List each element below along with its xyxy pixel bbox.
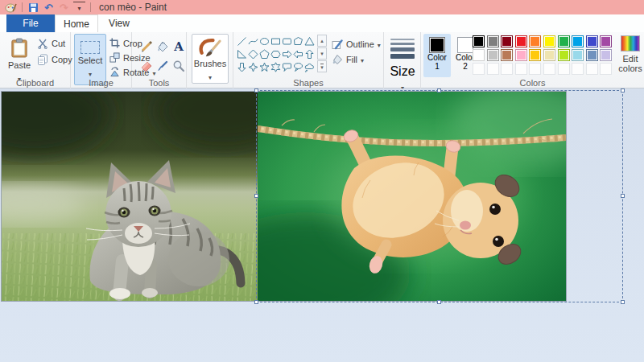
color1-button[interactable]: Color 1 [423, 34, 451, 77]
shape-ellipse-icon[interactable] [259, 36, 270, 47]
edit-colors-icon [621, 35, 640, 51]
edit-colors-label: Edit colors [617, 54, 643, 73]
shape-star-4-icon[interactable] [248, 62, 258, 72]
color-palette [473, 35, 614, 75]
shape-arrow-right-icon[interactable] [282, 49, 292, 60]
palette-swatch[interactable] [543, 49, 555, 61]
magnifier-icon[interactable] [172, 60, 185, 72]
shape-pentagon-icon[interactable] [259, 49, 270, 60]
brushes-button[interactable]: Brushes [192, 34, 229, 84]
palette-swatch[interactable] [600, 35, 612, 47]
toolbar-separator [90, 2, 91, 12]
shape-triangle-icon[interactable] [304, 36, 315, 47]
tools-group-label: Tools [132, 78, 186, 88]
resize-icon [109, 52, 120, 63]
selection-handle[interactable] [621, 88, 625, 93]
size-button[interactable]: Size [384, 32, 421, 88]
selection-handle[interactable] [437, 300, 441, 304]
palette-swatch[interactable] [572, 35, 584, 47]
edit-colors-button[interactable]: Edit colors [617, 35, 643, 84]
fill-button[interactable]: Fill [332, 54, 364, 65]
selection-rectangle[interactable] [256, 90, 623, 302]
shape-polygon-icon[interactable] [293, 36, 303, 47]
color2-swatch [457, 37, 473, 53]
shapes-scroll-down-icon[interactable] [317, 47, 327, 60]
palette-swatch[interactable] [558, 35, 570, 47]
selection-handle[interactable] [254, 194, 258, 198]
shape-arrow-up-icon[interactable] [304, 49, 315, 60]
selection-handle[interactable] [254, 300, 258, 304]
shape-callout-rounded-icon[interactable] [282, 62, 292, 72]
palette-empty-slot[interactable] [487, 63, 499, 75]
undo-icon[interactable]: ↶ [43, 2, 55, 14]
palette-empty-slot[interactable] [558, 63, 570, 75]
shape-rectangle-icon[interactable] [270, 36, 281, 47]
quick-access-dropdown-icon[interactable]: ▾ [73, 2, 85, 14]
pencil-icon[interactable] [140, 40, 153, 53]
cut-button[interactable]: Cut [37, 38, 65, 49]
palette-empty-slot[interactable] [600, 63, 612, 75]
shape-right-triangle-icon[interactable] [237, 49, 247, 60]
shapes-scroll-up-icon[interactable] [317, 35, 327, 47]
palette-swatch[interactable] [558, 49, 570, 61]
outline-button[interactable]: Outline [332, 39, 381, 50]
shape-arrow-down-icon[interactable] [237, 62, 247, 72]
color-picker-icon[interactable] [156, 60, 169, 72]
shapes-grid [236, 35, 316, 73]
shape-star-5-icon[interactable] [259, 62, 270, 72]
text-tool-icon[interactable]: A [174, 41, 184, 53]
palette-swatch[interactable] [586, 35, 598, 47]
brushes-label: Brushes [194, 59, 226, 68]
shape-hexagon-icon[interactable] [270, 49, 281, 60]
palette-empty-slot[interactable] [586, 63, 598, 75]
color1-label: Color 1 [424, 53, 450, 71]
eraser-icon[interactable] [140, 60, 153, 72]
palette-swatch[interactable] [600, 49, 612, 61]
palette-empty-slot[interactable] [543, 63, 555, 75]
selection-handle[interactable] [437, 88, 441, 93]
shape-rounded-rectangle-icon[interactable] [282, 36, 292, 47]
shapes-more-icon[interactable] [317, 60, 327, 72]
tab-file[interactable]: File [6, 14, 55, 32]
group-clipboard: Paste Cut Copy Clipboard [0, 32, 71, 88]
shape-callout-oval-icon[interactable] [293, 62, 303, 72]
save-icon[interactable] [27, 2, 39, 14]
palette-swatch[interactable] [515, 35, 527, 47]
redo-icon[interactable]: ↷ [58, 2, 70, 14]
tools-grid: A [138, 37, 187, 76]
copy-icon [37, 54, 48, 65]
palette-swatch[interactable] [501, 35, 513, 47]
palette-swatch[interactable] [586, 49, 598, 61]
palette-swatch[interactable] [501, 49, 513, 61]
shape-arrow-left-icon[interactable] [293, 49, 303, 60]
palette-empty-slot[interactable] [529, 63, 541, 75]
selection-handle[interactable] [621, 300, 625, 304]
palette-swatch[interactable] [473, 49, 485, 61]
palette-swatch[interactable] [529, 35, 541, 47]
selection-handle[interactable] [254, 88, 258, 93]
palette-swatch[interactable] [487, 35, 499, 47]
shape-star-6-icon[interactable] [270, 62, 281, 72]
palette-swatch[interactable] [487, 49, 499, 61]
tab-view[interactable]: View [98, 14, 140, 32]
palette-swatch[interactable] [543, 35, 555, 47]
palette-swatch[interactable] [473, 35, 485, 47]
shape-diamond-icon[interactable] [248, 49, 258, 60]
palette-row-1 [473, 35, 614, 47]
palette-empty-slot[interactable] [515, 63, 527, 75]
palette-empty-slot[interactable] [572, 63, 584, 75]
tab-home[interactable]: Home [55, 14, 98, 32]
shape-curve-icon[interactable] [248, 36, 258, 47]
brush-icon [197, 36, 223, 57]
palette-swatch[interactable] [572, 49, 584, 61]
palette-empty-slot[interactable] [473, 63, 485, 75]
fill-bucket-icon[interactable] [156, 40, 169, 53]
image-group-label: Image [71, 78, 131, 88]
selection-handle[interactable] [621, 194, 625, 198]
shape-line-icon[interactable] [237, 36, 247, 47]
palette-swatch[interactable] [529, 49, 541, 61]
palette-swatch[interactable] [515, 49, 527, 61]
palette-empty-slot[interactable] [501, 63, 513, 75]
copy-button[interactable]: Copy [37, 54, 72, 65]
shape-callout-cloud-icon[interactable] [304, 62, 315, 72]
